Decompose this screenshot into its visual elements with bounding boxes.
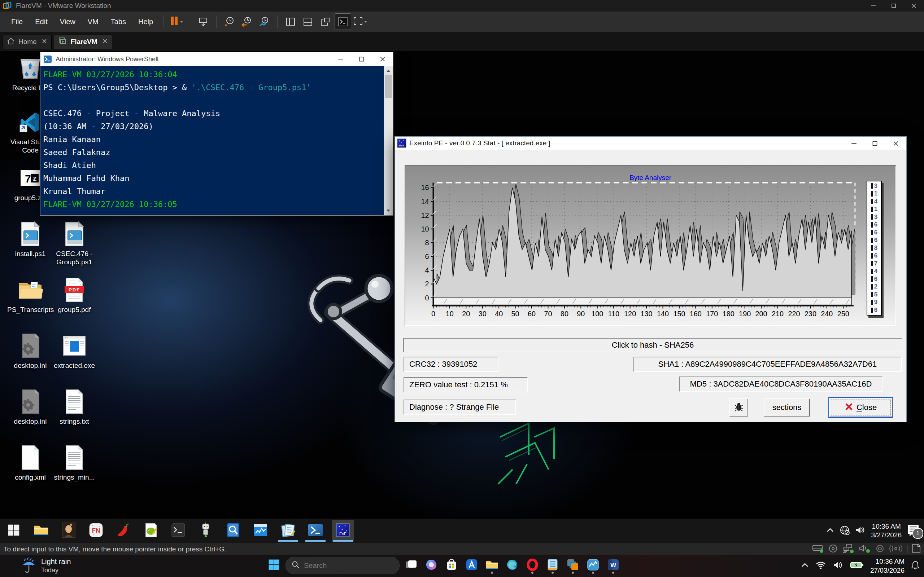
sound-device-icon[interactable]: [859, 544, 871, 554]
digit-value: 6: [874, 237, 877, 244]
hard-disk-icon[interactable]: [812, 544, 824, 554]
window-close-button[interactable]: [904, 0, 924, 11]
host-taskbar-taskview-button[interactable]: [402, 557, 420, 574]
network-adapter-icon[interactable]: [842, 543, 855, 555]
md5-text: MD5 : 3ADC82DAE40C8DCA3F80190AA35AC16D: [690, 379, 872, 389]
host-taskbar-notes-button[interactable]: [544, 557, 561, 574]
digit-row: 6: [867, 237, 881, 243]
send-ctrl-alt-del-button[interactable]: [195, 14, 211, 29]
ps-scroll-thumb[interactable]: [385, 75, 392, 98]
host-taskbar-word-button[interactable]: W: [604, 557, 622, 574]
desktop-icon-group5-pdf[interactable]: PDFgroup5.pdf: [51, 276, 97, 314]
exeinfo-window: ExE Exeinfo PE - ver.0.0.7.3 Stat - [ ex…: [394, 136, 907, 422]
desktop-icon-strings-txt[interactable]: strings.txt: [51, 388, 97, 425]
digit-row: 2: [867, 284, 881, 290]
unity-mode-button[interactable]: [317, 14, 333, 29]
menu-view[interactable]: View: [54, 18, 82, 26]
menu-edit[interactable]: Edit: [29, 18, 53, 26]
desktop-icon-extracted-exe[interactable]: extracted.exe: [51, 332, 97, 370]
powershell-titlebar[interactable]: Administrator: Windows PowerShell: [40, 52, 393, 66]
revert-snapshot-button[interactable]: [239, 14, 255, 29]
take-snapshot-button[interactable]: [221, 14, 237, 29]
wifi-icon[interactable]: [815, 561, 826, 571]
message-log-icon[interactable]: [912, 543, 921, 555]
vm-tray-chevron-icon[interactable]: [826, 528, 834, 534]
vm-no-internet-icon[interactable]: [839, 525, 850, 537]
desktop-icon-install-ps1[interactable]: install.ps1: [7, 220, 53, 258]
bug-report-button[interactable]: [729, 398, 748, 416]
desktop-icon-strings-min-[interactable]: strings_min...: [51, 443, 97, 482]
show-thumbnail-bar-button[interactable]: [300, 14, 316, 29]
desktop-icon-csec-476-group5-ps1[interactable]: CSEC.476 - Group5.ps1: [51, 220, 97, 266]
cd-rom-icon[interactable]: [828, 544, 838, 554]
fullscreen-button[interactable]: [353, 14, 368, 29]
ps-minimize-button[interactable]: [330, 52, 351, 66]
notification-bell-icon[interactable]: [911, 561, 920, 571]
exeinfo-titlebar[interactable]: ExE Exeinfo PE - ver.0.0.7.3 Stat - [ ex…: [395, 137, 906, 150]
hash-sha256-button[interactable]: Click to hash - SHA256: [403, 338, 902, 352]
exeinfo-maximize-button[interactable]: [864, 137, 885, 150]
battery-icon[interactable]: [850, 561, 864, 571]
taskbar-cmd-button[interactable]: [168, 520, 189, 542]
tab-home-close-icon[interactable]: [40, 39, 47, 45]
taskbar-powershell-button[interactable]: [305, 520, 326, 542]
taskbar-procmon-button[interactable]: [250, 520, 271, 542]
usb-signal-icon[interactable]: [889, 544, 902, 554]
host-taskbar-copilot-button[interactable]: [423, 557, 440, 574]
tab-flarevm-close-icon[interactable]: [101, 39, 108, 45]
exeinfo-close-button[interactable]: [885, 137, 906, 150]
tab-home[interactable]: Home: [2, 35, 52, 49]
host-volume-icon[interactable]: [833, 561, 843, 571]
tab-flarevm[interactable]: FlareVM: [54, 35, 112, 49]
host-taskbar-vmware-tile-button[interactable]: [564, 557, 582, 574]
host-clock[interactable]: 10:36 AM 27/03/2026: [870, 557, 905, 575]
menu-vm[interactable]: VM: [82, 18, 105, 26]
host-taskbar-media-button[interactable]: [584, 557, 602, 574]
vm-clock[interactable]: 10:36 AM 3/27/2026: [871, 522, 901, 540]
taskbar-start-button[interactable]: [3, 520, 24, 542]
manage-snapshots-button[interactable]: [256, 14, 272, 29]
taskbar-notepads-button[interactable]: [277, 520, 299, 542]
host-taskbar-opera-button[interactable]: [524, 557, 541, 574]
ps-maximize-button[interactable]: [351, 52, 372, 66]
taskbar-notepad-pp-button[interactable]: [140, 520, 162, 542]
taskbar-search-doc-button[interactable]: [222, 520, 244, 542]
pause-vm-button[interactable]: [169, 14, 185, 29]
window-minimize-button[interactable]: [863, 0, 884, 11]
host-start-button[interactable]: [265, 557, 283, 574]
desktop-icon-desktop-ini[interactable]: desktop.ini: [7, 332, 53, 370]
taskbar-robot-app-button[interactable]: [195, 520, 216, 542]
taskbar-explorer-button[interactable]: [30, 520, 52, 542]
window-maximize-button[interactable]: [884, 0, 904, 11]
taskbar-pepper-button[interactable]: [113, 520, 134, 542]
host-tray-chevron-icon[interactable]: [801, 562, 809, 569]
menu-file[interactable]: File: [5, 18, 29, 26]
show-library-button[interactable]: [283, 14, 299, 29]
scroll-down-icon[interactable]: [386, 207, 391, 214]
exeinfo-minimize-button[interactable]: [843, 137, 864, 150]
host-taskbar-blue-a-app-button[interactable]: [463, 557, 480, 574]
host-search-box[interactable]: [286, 557, 399, 574]
taskbar-fn-app-button[interactable]: FN: [85, 520, 107, 542]
host-taskbar-explorer-sm-button[interactable]: [483, 557, 501, 574]
menu-tabs[interactable]: Tabs: [105, 18, 132, 26]
console-view-button[interactable]: [334, 13, 351, 30]
menu-help[interactable]: Help: [132, 18, 159, 26]
close-button[interactable]: Close: [828, 397, 893, 418]
webcam-icon[interactable]: [875, 544, 885, 554]
vm-notification-button[interactable]: 1: [907, 524, 922, 538]
host-taskbar-store-button[interactable]: [443, 557, 460, 574]
taskbar-portrait-button[interactable]: [58, 520, 79, 542]
host-taskbar-edge-button[interactable]: [504, 557, 521, 574]
scroll-up-icon[interactable]: [386, 68, 391, 74]
search-input[interactable]: [303, 561, 400, 570]
taskbar-exeinfo-button[interactable]: ExE: [332, 520, 354, 542]
vm-volume-icon[interactable]: [855, 525, 866, 536]
desktop-icon-ps-transcripts[interactable]: PS_Transcripts: [7, 276, 53, 314]
sections-button[interactable]: sections: [764, 398, 810, 416]
digit-bar-icon: [871, 253, 873, 259]
desktop-icon-config-xml[interactable]: config.xml: [7, 443, 53, 482]
desktop-icon-desktop-ini[interactable]: desktop.ini: [7, 388, 53, 425]
ps-close-button[interactable]: [372, 52, 393, 66]
weather-widget[interactable]: Light rain Today: [21, 557, 71, 575]
